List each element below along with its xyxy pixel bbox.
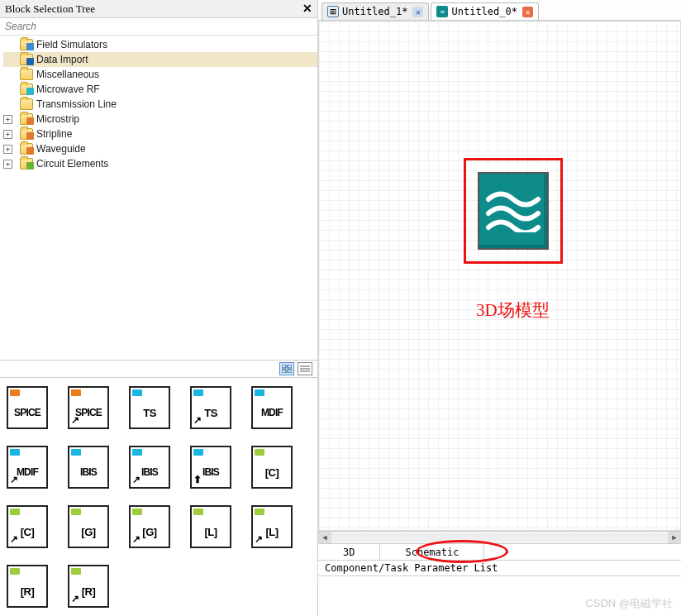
tree-item[interactable]: Transmission Line xyxy=(3,97,317,112)
block-item[interactable]: SPICE↗ xyxy=(68,386,109,429)
expand-icon[interactable]: + xyxy=(3,130,12,139)
block-item[interactable]: [L] xyxy=(190,505,231,548)
tree-item[interactable]: +Stripline xyxy=(3,127,317,141)
block-item[interactable]: IBIS↗ xyxy=(129,446,170,489)
horizontal-scrollbar[interactable]: ◄ ► xyxy=(318,531,681,544)
block-flap-icon xyxy=(71,389,81,396)
tree-close-icon[interactable]: ✕ xyxy=(302,2,312,16)
block-item[interactable]: [L]↗ xyxy=(251,505,293,548)
block-item[interactable]: [C] xyxy=(251,446,293,489)
block-palette: SPICESPICE↗TSTS↗MDIFMDIF↗IBISIBIS↗IBIS⬆[… xyxy=(0,378,317,616)
block-arrow-icon: ⬆ xyxy=(193,474,202,485)
block-item[interactable]: [G] xyxy=(68,505,109,548)
block-label: MDIF xyxy=(253,398,291,427)
block-item[interactable]: [R] xyxy=(7,565,48,608)
block-item[interactable]: TS xyxy=(129,386,170,429)
block-arrow-icon: ↗ xyxy=(71,414,79,426)
block-item[interactable]: TS↗ xyxy=(190,386,231,429)
tree-item[interactable]: +Microstrip xyxy=(3,112,317,127)
block-item[interactable]: IBIS⬆ xyxy=(190,446,231,489)
tab-label: Untitled_1* xyxy=(342,6,407,17)
block-flap-icon xyxy=(10,509,20,515)
block-item[interactable]: MDIF↗ xyxy=(7,446,48,489)
schematic-canvas[interactable]: 3D场模型 xyxy=(318,21,681,531)
block-flap-icon xyxy=(71,509,81,515)
block-flap-icon xyxy=(255,449,264,456)
search-input[interactable] xyxy=(0,18,317,36)
block-arrow-icon: ↗ xyxy=(10,533,18,545)
tree-item[interactable]: Data Import xyxy=(3,52,317,67)
block-flap-icon xyxy=(71,449,81,456)
view-list-icon[interactable] xyxy=(298,362,312,375)
close-icon[interactable]: ✕ xyxy=(522,7,533,17)
block-label: TS xyxy=(131,398,169,427)
palette-toolbar xyxy=(0,360,317,378)
expand-icon[interactable]: + xyxy=(3,160,12,169)
scroll-right-icon[interactable]: ► xyxy=(668,532,681,543)
expand-icon[interactable]: + xyxy=(3,115,12,124)
view-grid-icon[interactable] xyxy=(279,362,294,375)
block-flap-icon xyxy=(71,568,81,575)
tab-3d[interactable]: 3D xyxy=(318,544,380,560)
folder-icon xyxy=(20,69,33,80)
tree-item[interactable]: +Waveguide xyxy=(3,141,317,156)
document-tabs: ⊞Untitled_1*✕≈Untitled_0*✕ xyxy=(318,0,681,21)
3d-model-block[interactable] xyxy=(478,172,549,250)
block-item[interactable]: IBIS xyxy=(68,446,109,489)
scroll-left-icon[interactable]: ◄ xyxy=(318,532,331,543)
block-tree: Field SimulatorsData ImportMiscellaneous… xyxy=(0,36,317,173)
block-item[interactable]: [C]↗ xyxy=(7,505,48,548)
block-label: [G] xyxy=(69,517,107,547)
tree-item[interactable]: Miscellaneous xyxy=(3,67,317,82)
svg-rect-3 xyxy=(288,370,292,373)
svg-rect-0 xyxy=(282,365,286,368)
tree-item[interactable]: Field Simulators xyxy=(3,37,317,52)
wave-icon: ≈ xyxy=(436,6,448,17)
folder-icon xyxy=(20,128,33,140)
block-item[interactable]: [R]↗ xyxy=(68,565,109,608)
tree-item[interactable]: Microwave RF xyxy=(3,82,317,97)
block-arrow-icon: ↗ xyxy=(193,414,202,426)
block-flap-icon xyxy=(132,509,142,515)
block-arrow-icon: ↗ xyxy=(255,533,263,545)
tree-label: Microwave RF xyxy=(36,84,100,95)
simulator-icon: ⊞ xyxy=(327,6,339,17)
tree-header: Block Selection Tree ✕ xyxy=(0,0,317,18)
tree-label: Data Import xyxy=(36,54,88,65)
tree-label: Waveguide xyxy=(36,143,86,155)
block-label: IBIS xyxy=(69,457,107,487)
tree-item[interactable]: +Circuit Elements xyxy=(3,156,317,171)
tree-label: Circuit Elements xyxy=(36,158,108,170)
folder-icon xyxy=(20,98,33,110)
parameter-list-body[interactable] xyxy=(318,576,681,616)
tab-label: Untitled_0* xyxy=(451,6,517,17)
folder-icon xyxy=(20,84,33,95)
view-tabs: 3D Schematic xyxy=(318,544,681,561)
folder-icon xyxy=(20,158,33,170)
block-item[interactable]: [G]↗ xyxy=(129,505,170,548)
block-flap-icon xyxy=(193,389,203,396)
document-tab[interactable]: ≈Untitled_0*✕ xyxy=(431,2,538,20)
folder-icon xyxy=(20,113,33,125)
parameter-list-header: Component/Task Parameter List xyxy=(318,561,681,576)
tree-title: Block Selection Tree xyxy=(5,2,95,16)
svg-rect-1 xyxy=(288,365,292,368)
block-flap-icon xyxy=(10,568,20,575)
block-item[interactable]: SPICE xyxy=(7,386,48,429)
block-arrow-icon: ↗ xyxy=(132,474,140,485)
close-icon[interactable]: ✕ xyxy=(412,7,423,17)
block-label: [L] xyxy=(192,517,230,547)
tree-label: Field Simulators xyxy=(36,39,107,50)
tree-label: Transmission Line xyxy=(36,98,117,110)
expand-icon[interactable]: + xyxy=(3,145,12,154)
tree-label: Miscellaneous xyxy=(36,69,99,80)
block-flap-icon xyxy=(193,449,203,456)
tab-schematic[interactable]: Schematic xyxy=(380,544,484,560)
block-arrow-icon: ↗ xyxy=(71,593,79,604)
block-flap-icon xyxy=(10,449,20,456)
block-flap-icon xyxy=(255,389,264,396)
tree-label: Microstrip xyxy=(36,113,79,125)
document-tab[interactable]: ⊞Untitled_1*✕ xyxy=(321,2,429,20)
block-item[interactable]: MDIF xyxy=(251,386,293,429)
block-flap-icon xyxy=(10,389,20,396)
